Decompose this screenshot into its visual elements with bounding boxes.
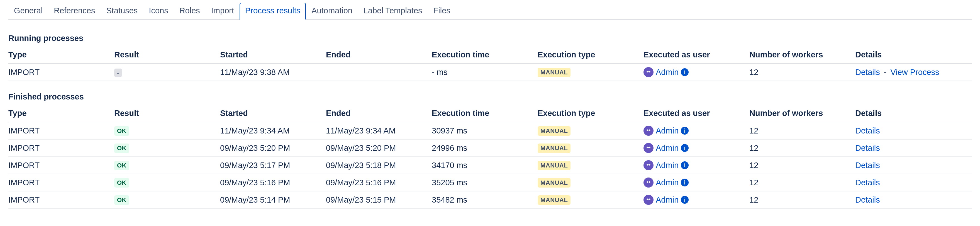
col-header-user: Executed as user xyxy=(643,105,749,122)
info-icon[interactable]: i xyxy=(681,68,689,76)
table-row: IMPORT OK 09/May/23 5:16 PM 09/May/23 5:… xyxy=(8,174,972,191)
tab-process-results[interactable]: Process results xyxy=(240,3,306,20)
svg-rect-8 xyxy=(647,147,651,148)
cell-user: Admin i xyxy=(643,64,749,81)
table-row: IMPORT - 11/May/23 9:38 AM - ms MANUAL A… xyxy=(8,64,972,81)
cell-user: Admin i xyxy=(643,157,749,174)
tab-files[interactable]: Files xyxy=(428,3,456,20)
tab-import[interactable]: Import xyxy=(205,3,240,20)
cell-workers: 12 xyxy=(749,191,855,208)
cell-result: OK xyxy=(114,157,220,174)
details-link[interactable]: Details xyxy=(855,178,880,187)
svg-rect-14 xyxy=(647,182,651,182)
cell-user: Admin i xyxy=(643,191,749,208)
col-header-workers: Number of workers xyxy=(749,105,855,122)
cell-exec-type: MANUAL xyxy=(538,139,643,157)
view-process-link[interactable]: View Process xyxy=(890,68,939,76)
user-link[interactable]: Admin xyxy=(656,68,679,77)
cell-started: 09/May/23 5:17 PM xyxy=(220,157,326,174)
col-header-workers: Number of workers xyxy=(749,46,855,64)
avatar-icon xyxy=(643,143,654,153)
col-header-result: Result xyxy=(114,46,220,64)
cell-exec-type: MANUAL xyxy=(538,122,643,139)
col-header-type: Type xyxy=(8,46,114,64)
avatar-icon xyxy=(643,195,654,205)
status-badge-ok: OK xyxy=(114,161,129,170)
col-header-details: Details xyxy=(855,105,972,122)
info-icon[interactable]: i xyxy=(681,127,689,135)
exec-type-badge: MANUAL xyxy=(538,126,571,136)
tab-references[interactable]: References xyxy=(48,3,100,20)
svg-rect-17 xyxy=(647,199,651,199)
cell-type: IMPORT xyxy=(8,174,114,191)
exec-type-badge: MANUAL xyxy=(538,178,571,188)
tab-statuses[interactable]: Statuses xyxy=(100,3,143,20)
table-row: IMPORT OK 09/May/23 5:17 PM 09/May/23 5:… xyxy=(8,157,972,174)
table-row: IMPORT OK 09/May/23 5:14 PM 09/May/23 5:… xyxy=(8,191,972,208)
tab-roles[interactable]: Roles xyxy=(174,3,205,20)
status-badge-ok: OK xyxy=(114,195,129,205)
details-link[interactable]: Details xyxy=(855,143,880,153)
tab-icons[interactable]: Icons xyxy=(143,3,173,20)
cell-type: IMPORT xyxy=(8,191,114,208)
cell-exec-time: - ms xyxy=(432,64,538,81)
user-link[interactable]: Admin xyxy=(656,126,679,135)
status-badge-ok: OK xyxy=(114,126,129,136)
status-badge-pending: - xyxy=(114,68,122,77)
tab-automation[interactable]: Automation xyxy=(306,3,358,20)
cell-user: Admin i xyxy=(643,139,749,157)
cell-type: IMPORT xyxy=(8,157,114,174)
cell-exec-type: MANUAL xyxy=(538,174,643,191)
cell-details: Details - View Process xyxy=(855,64,972,81)
cell-exec-time: 35205 ms xyxy=(432,174,538,191)
avatar-icon xyxy=(643,178,654,188)
user-link[interactable]: Admin xyxy=(656,143,679,153)
cell-exec-time: 34170 ms xyxy=(432,157,538,174)
separator: - xyxy=(882,68,888,76)
tab-label-templates[interactable]: Label Templates xyxy=(358,3,428,20)
avatar-icon xyxy=(643,126,654,136)
info-icon[interactable]: i xyxy=(681,196,689,204)
col-header-user: Executed as user xyxy=(643,46,749,64)
running-processes-title: Running processes xyxy=(8,34,972,43)
info-icon[interactable]: i xyxy=(681,144,689,152)
details-link[interactable]: Details xyxy=(855,161,880,170)
svg-rect-2 xyxy=(647,72,651,72)
cell-result: - xyxy=(114,64,220,81)
info-icon[interactable]: i xyxy=(681,178,689,186)
cell-exec-type: MANUAL xyxy=(538,157,643,174)
exec-type-badge: MANUAL xyxy=(538,161,571,170)
cell-details: Details xyxy=(855,122,972,139)
cell-user: Admin i xyxy=(643,174,749,191)
cell-started: 09/May/23 5:14 PM xyxy=(220,191,326,208)
user-link[interactable]: Admin xyxy=(656,195,679,205)
cell-result: OK xyxy=(114,191,220,208)
cell-ended: 11/May/23 9:34 AM xyxy=(326,122,432,139)
details-link[interactable]: Details xyxy=(855,195,880,204)
col-header-ended: Ended xyxy=(326,105,432,122)
user-link[interactable]: Admin xyxy=(656,178,679,187)
exec-type-badge: MANUAL xyxy=(538,195,571,205)
exec-type-badge: MANUAL xyxy=(538,68,571,77)
svg-rect-5 xyxy=(647,130,651,131)
running-processes-table: Type Result Started Ended Execution time… xyxy=(8,46,972,81)
user-link[interactable]: Admin xyxy=(656,161,679,170)
cell-workers: 12 xyxy=(749,139,855,157)
svg-rect-11 xyxy=(647,164,651,165)
cell-exec-type: MANUAL xyxy=(538,191,643,208)
col-header-started: Started xyxy=(220,105,326,122)
cell-ended: 09/May/23 5:15 PM xyxy=(326,191,432,208)
cell-ended: 09/May/23 5:16 PM xyxy=(326,174,432,191)
details-link[interactable]: Details xyxy=(855,68,880,76)
details-link[interactable]: Details xyxy=(855,126,880,135)
col-header-started: Started xyxy=(220,46,326,64)
col-header-exec-time: Execution time xyxy=(432,46,538,64)
cell-ended: 09/May/23 5:20 PM xyxy=(326,139,432,157)
tab-general[interactable]: General xyxy=(8,3,48,20)
exec-type-badge: MANUAL xyxy=(538,143,571,153)
cell-details: Details xyxy=(855,139,972,157)
info-icon[interactable]: i xyxy=(681,161,689,169)
cell-exec-type: MANUAL xyxy=(538,64,643,81)
col-header-exec-type: Execution type xyxy=(538,46,643,64)
cell-exec-time: 30937 ms xyxy=(432,122,538,139)
